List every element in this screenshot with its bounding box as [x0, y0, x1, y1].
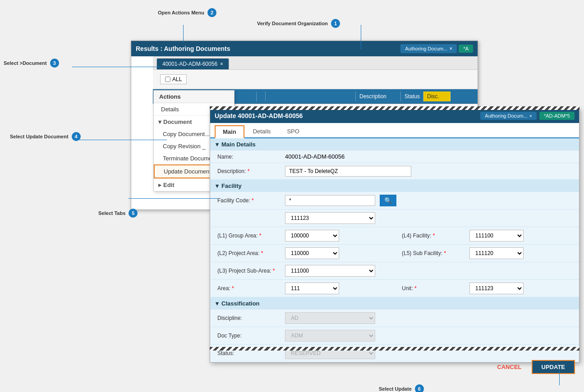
- l1-label: (L1) Group Area: *: [217, 232, 281, 239]
- doc-tab-40001[interactable]: 40001-AD-ADM-60056 ×: [156, 58, 229, 69]
- unit-label: Unit: *: [402, 285, 465, 292]
- facility-dropdown[interactable]: 111123: [285, 212, 375, 224]
- l4-half: (L4) Facility: * 111100: [395, 227, 579, 244]
- unit-select[interactable]: 111123: [469, 283, 524, 294]
- cancel-button[interactable]: CANCEL: [492, 361, 527, 373]
- section-facility[interactable]: ▾ Facility: [210, 180, 579, 192]
- update-button[interactable]: UPDATE: [532, 360, 575, 374]
- col-status[interactable]: Description: [356, 91, 401, 101]
- chevron-classification: ▾: [216, 300, 219, 307]
- annotation-open-actions: Open Actions Menu 2: [158, 8, 216, 17]
- actions-menu-header: Actions: [154, 91, 234, 103]
- bottom-action-bar: CANCEL UPDATE: [492, 360, 575, 374]
- chevron-right-icon: ▸: [158, 182, 161, 188]
- area-unit-row: Area: * 111 Unit: * 111123: [210, 280, 579, 297]
- facility-search-button[interactable]: 🔍: [380, 195, 396, 206]
- update-tabs: Main Details SPO: [210, 123, 579, 138]
- tab-authoring-docum[interactable]: Authoring Docum... ×: [400, 44, 457, 53]
- annotation-select-tabs: Select Tabs 5: [98, 209, 138, 218]
- close-tab-1[interactable]: ×: [449, 46, 452, 52]
- update-title: Update 40001-AD-ADM-60056: [215, 112, 303, 119]
- col-org[interactable]: Disc.: [423, 91, 451, 101]
- arrow-line-4: [79, 140, 167, 140]
- chevron-main-details: ▾: [216, 141, 219, 148]
- l3-row: (L3) Project Sub-Area: * 111000: [210, 262, 579, 280]
- badge-3: 3: [50, 59, 59, 68]
- status-label: Status:: [217, 350, 281, 356]
- description-label: Description: *: [217, 168, 281, 174]
- badge-1: 1: [331, 19, 340, 28]
- annotation-select-update-doc: Select Update Document 4: [10, 132, 81, 141]
- close-update-pill[interactable]: ×: [529, 113, 532, 119]
- badge-6: 6: [415, 384, 424, 392]
- tab-main[interactable]: Main: [215, 125, 244, 138]
- l1-select[interactable]: 100000: [285, 230, 339, 242]
- tab-spo[interactable]: SPO: [279, 125, 307, 137]
- doc-tab-strip: 40001-AD-ADM-60056 ×: [153, 56, 478, 70]
- section-classification[interactable]: ▾ Classification: [210, 297, 579, 310]
- l4-select[interactable]: 111100: [469, 230, 524, 242]
- col-description[interactable]: [266, 91, 356, 101]
- col-disc[interactable]: Status: [401, 91, 423, 101]
- discipline-row: Discipline: AD: [210, 310, 579, 327]
- badge-2: 2: [207, 8, 216, 17]
- stripe-top: [210, 106, 579, 110]
- stripe-bottom: [210, 347, 579, 351]
- l5-half: (L5) Sub Facility: * 111120: [395, 245, 579, 262]
- icon-toolbar: ALL: [153, 70, 478, 89]
- area-select[interactable]: 111: [285, 283, 339, 294]
- area-label: Area: *: [217, 285, 281, 292]
- l2-select[interactable]: 110000: [285, 247, 339, 259]
- l2-l5-row: (L2) Project Area: * 110000 (L5) Sub Fac…: [210, 245, 579, 262]
- update-titlebar: Update 40001-AD-ADM-60056 Authoring Docu…: [210, 109, 579, 123]
- l5-label: (L5) Sub Facility: *: [402, 250, 465, 256]
- results-tabs: Authoring Docum... × *A: [400, 44, 473, 53]
- results-title: Results : Authoring Documents: [136, 45, 230, 52]
- arrow-line-6: [559, 369, 560, 385]
- name-row: Name: 40001-AD-ADM-60056: [210, 150, 579, 163]
- description-row: Description: *: [210, 163, 579, 180]
- unit-half: Unit: * 111123: [395, 280, 579, 297]
- update-pill-adm[interactable]: *AD-ADM*5: [539, 112, 575, 120]
- area-half: Area: * 111: [210, 280, 395, 297]
- col-icons-header: [257, 91, 266, 101]
- update-pill-authoring[interactable]: Authoring Docum... ×: [480, 112, 537, 120]
- annotation-select-update: Select Update 6: [379, 384, 424, 392]
- arrow-line-2: [183, 25, 184, 43]
- doc-type-select[interactable]: ADM: [285, 330, 375, 342]
- l3-select[interactable]: 111000: [285, 265, 375, 277]
- l1-half: (L1) Group Area: * 100000: [210, 227, 395, 244]
- update-tab-pills: Authoring Docum... × *AD-ADM*5: [480, 112, 575, 120]
- badge-5: 5: [129, 209, 138, 218]
- tab-details[interactable]: Details: [245, 125, 279, 137]
- doc-type-row: Doc Type: ADM: [210, 327, 579, 345]
- name-label: Name:: [217, 154, 281, 160]
- facility-code-input[interactable]: [285, 195, 375, 206]
- l3-label: (L3) Project Sub-Area: *: [217, 268, 281, 274]
- all-button[interactable]: ALL: [160, 74, 187, 84]
- annotation-select-document: Select >Document 3: [4, 59, 59, 68]
- discipline-select[interactable]: AD: [285, 312, 375, 324]
- results-titlebar: Results : Authoring Documents Authoring …: [131, 41, 478, 56]
- update-body: ▾ Main Details Name: 40001-AD-ADM-60056 …: [210, 138, 579, 362]
- close-doc-tab[interactable]: ×: [220, 61, 223, 67]
- tab-a[interactable]: *A: [459, 45, 473, 53]
- facility-code-row: Facility Code: * 🔍: [210, 192, 579, 210]
- l2-label: (L2) Project Area: *: [217, 250, 281, 256]
- name-value: 40001-AD-ADM-60056: [285, 153, 345, 160]
- arrow-line-5: [129, 198, 219, 199]
- description-input[interactable]: [285, 166, 411, 177]
- section-main-details[interactable]: ▾ Main Details: [210, 138, 579, 150]
- desc-required: *: [248, 168, 250, 174]
- arrow-line-3: [72, 67, 160, 67]
- doc-type-label: Doc Type:: [217, 333, 281, 339]
- l4-label: (L4) Facility: *: [402, 232, 465, 239]
- all-checkbox[interactable]: [165, 77, 170, 82]
- l2-half: (L2) Project Area: * 110000: [210, 245, 395, 262]
- discipline-label: Discipline:: [217, 315, 281, 321]
- l5-select[interactable]: 111120: [469, 247, 524, 259]
- arrow-line-1: [361, 25, 361, 50]
- chevron-facility: ▾: [216, 182, 219, 189]
- chevron-down-icon: ▾: [158, 119, 161, 125]
- facility-code-label: Facility Code: *: [217, 197, 281, 204]
